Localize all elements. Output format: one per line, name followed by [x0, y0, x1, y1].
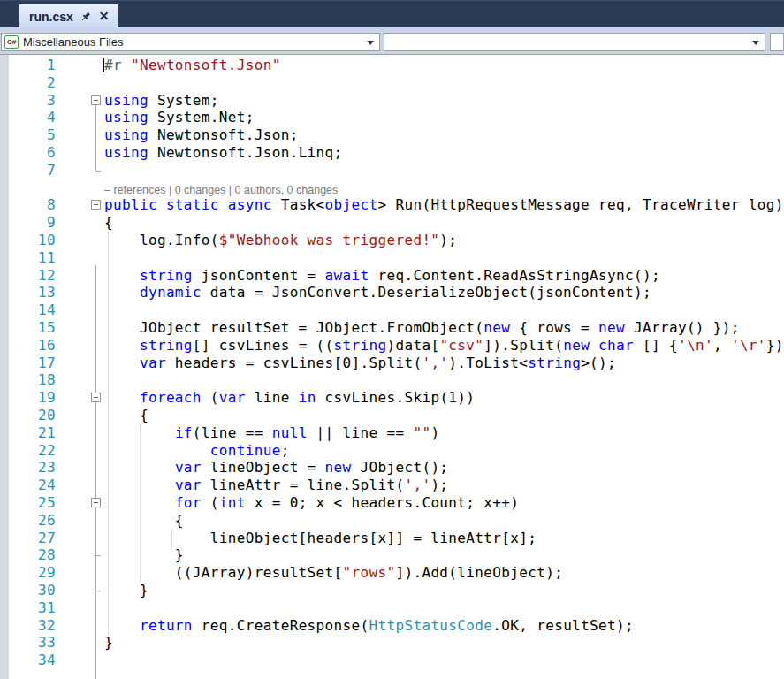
pin-icon[interactable]: [80, 10, 93, 23]
code-line[interactable]: 10 log.Info($"Webhook was triggered!");: [0, 232, 784, 249]
code-text[interactable]: using System;: [104, 92, 219, 110]
code-text[interactable]: var headers = csvLines[0].Split(',').ToL…: [104, 355, 616, 372]
line-number[interactable]: 13: [9, 284, 56, 301]
code-line[interactable]: 7: [0, 162, 784, 179]
code-text[interactable]: continue;: [104, 442, 290, 460]
code-text[interactable]: log.Info($"Webhook was triggered!");: [104, 232, 457, 249]
codelens-indicator[interactable]: – references | 0 changes | 0 authors, 0 …: [0, 179, 784, 197]
code-line[interactable]: 27 lineObject[headers[x]] = lineAttr[x];: [0, 530, 784, 547]
code-text[interactable]: {: [104, 512, 184, 530]
code-text[interactable]: var lineAttr = line.Split(',');: [104, 477, 448, 494]
code-text[interactable]: {: [104, 407, 148, 424]
line-number[interactable]: 10: [9, 232, 56, 249]
fold-collapse-icon[interactable]: [91, 200, 101, 210]
code-line[interactable]: 30 }: [0, 582, 784, 599]
code-line[interactable]: 14: [0, 301, 784, 319]
code-text[interactable]: var lineObject = new JObject();: [104, 459, 448, 477]
member-dropdown[interactable]: [770, 33, 784, 51]
line-number[interactable]: 5: [9, 126, 56, 144]
line-number[interactable]: 21: [9, 424, 56, 442]
code-line[interactable]: 13 dynamic data = JsonConvert.Deserializ…: [0, 284, 784, 301]
code-text[interactable]: #r "Newtonsoft.Json": [104, 57, 281, 74]
code-line[interactable]: 31: [0, 599, 784, 617]
code-text[interactable]: foreach (var line in csvLines.Skip(1)): [104, 389, 475, 407]
code-text[interactable]: public static async Task<object> Run(Htt…: [104, 196, 784, 214]
code-line[interactable]: 26 {: [0, 512, 784, 530]
line-number[interactable]: 33: [9, 634, 56, 652]
code-text[interactable]: lineObject[headers[x]] = lineAttr[x];: [104, 530, 537, 547]
line-number[interactable]: 1: [9, 57, 56, 74]
code-line[interactable]: 3using System;: [0, 92, 784, 110]
code-line[interactable]: 18: [0, 371, 784, 389]
code-line[interactable]: 15 JObject resultSet = JObject.FromObjec…: [0, 319, 784, 337]
code-line[interactable]: 21 if(line == null || line == ""): [0, 424, 784, 442]
code-text[interactable]: }: [104, 546, 184, 564]
fold-collapse-icon[interactable]: [91, 95, 101, 105]
line-number[interactable]: 27: [9, 530, 56, 547]
line-number[interactable]: 4: [9, 109, 56, 126]
code-line[interactable]: 8public static async Task<object> Run(Ht…: [0, 196, 784, 214]
line-number[interactable]: 8: [9, 196, 56, 214]
code-line[interactable]: 11: [0, 249, 784, 267]
fold-collapse-icon[interactable]: [91, 498, 101, 507]
code-text[interactable]: using Newtonsoft.Json.Linq;: [104, 144, 343, 162]
code-text[interactable]: }: [104, 582, 148, 599]
code-text[interactable]: }: [104, 634, 113, 652]
fold-collapse-icon[interactable]: [91, 393, 101, 402]
line-number[interactable]: 29: [9, 564, 56, 582]
code-text[interactable]: using System.Net;: [104, 109, 255, 126]
line-number[interactable]: 12: [9, 267, 56, 285]
code-line[interactable]: 34: [0, 652, 784, 669]
line-number[interactable]: 6: [9, 144, 56, 162]
code-line[interactable]: 16 string[] csvLines = ((string)data["cs…: [0, 337, 784, 355]
code-text[interactable]: using Newtonsoft.Json;: [104, 126, 299, 144]
project-dropdown[interactable]: C# Miscellaneous Files: [1, 33, 380, 51]
code-text[interactable]: string jsonContent = await req.Content.R…: [104, 267, 660, 285]
line-number[interactable]: 19: [9, 389, 56, 407]
code-line[interactable]: 17 var headers = csvLines[0].Split(',').…: [0, 355, 784, 372]
code-line[interactable]: 4using System.Net;: [0, 109, 784, 126]
code-line[interactable]: 24 var lineAttr = line.Split(',');: [0, 477, 784, 494]
chevron-down-icon[interactable]: [367, 41, 374, 45]
code-line[interactable]: 2: [0, 74, 784, 92]
line-number[interactable]: 28: [9, 546, 56, 564]
code-line[interactable]: 12 string jsonContent = await req.Conten…: [0, 267, 784, 285]
code-text[interactable]: return req.CreateResponse(HttpStatusCode…: [104, 617, 634, 635]
line-number[interactable]: 32: [9, 617, 56, 635]
line-number[interactable]: 24: [9, 477, 56, 494]
line-number[interactable]: 2: [9, 74, 56, 92]
line-number[interactable]: 25: [9, 494, 56, 512]
line-number[interactable]: 18: [9, 371, 56, 389]
line-number[interactable]: 14: [9, 301, 56, 319]
line-number[interactable]: 3: [9, 92, 56, 110]
code-text[interactable]: JObject resultSet = JObject.FromObject(n…: [104, 319, 740, 337]
code-text[interactable]: for (int x = 0; x < headers.Count; x++): [104, 494, 519, 512]
line-number[interactable]: 17: [9, 355, 56, 372]
line-number[interactable]: 34: [9, 652, 56, 669]
line-number[interactable]: 30: [9, 582, 56, 599]
navigation-dropdown[interactable]: [384, 33, 765, 51]
code-line[interactable]: 32 return req.CreateResponse(HttpStatusC…: [0, 617, 784, 635]
code-line[interactable]: 1#r "Newtonsoft.Json": [0, 57, 784, 74]
line-number[interactable]: 15: [9, 319, 56, 337]
line-number[interactable]: 16: [9, 337, 56, 355]
tab-run-csx[interactable]: run.csx ✕: [19, 4, 118, 28]
code-line[interactable]: 6using Newtonsoft.Json.Linq;: [0, 144, 784, 162]
code-line[interactable]: 23 var lineObject = new JObject();: [0, 459, 784, 477]
close-icon[interactable]: ✕: [99, 10, 110, 23]
code-line[interactable]: 25 for (int x = 0; x < headers.Count; x+…: [0, 494, 784, 512]
code-line[interactable]: 9{: [0, 214, 784, 232]
code-text[interactable]: ((JArray)resultSet["rows"]).Add(lineObje…: [104, 564, 563, 582]
code-text[interactable]: {: [104, 214, 113, 232]
code-text[interactable]: if(line == null || line == ""): [104, 424, 439, 442]
line-number[interactable]: 9: [9, 214, 56, 232]
line-number[interactable]: 26: [9, 512, 56, 530]
chevron-down-icon[interactable]: [752, 41, 759, 45]
code-line[interactable]: 20 {: [0, 407, 784, 424]
code-text[interactable]: string[] csvLines = ((string)data["csv"]…: [104, 337, 784, 355]
code-line[interactable]: 33}: [0, 634, 784, 652]
code-line[interactable]: 22 continue;: [0, 442, 784, 460]
code-line[interactable]: 5using Newtonsoft.Json;: [0, 126, 784, 144]
code-line[interactable]: 19 foreach (var line in csvLines.Skip(1)…: [0, 389, 784, 407]
line-number[interactable]: 20: [9, 407, 56, 424]
